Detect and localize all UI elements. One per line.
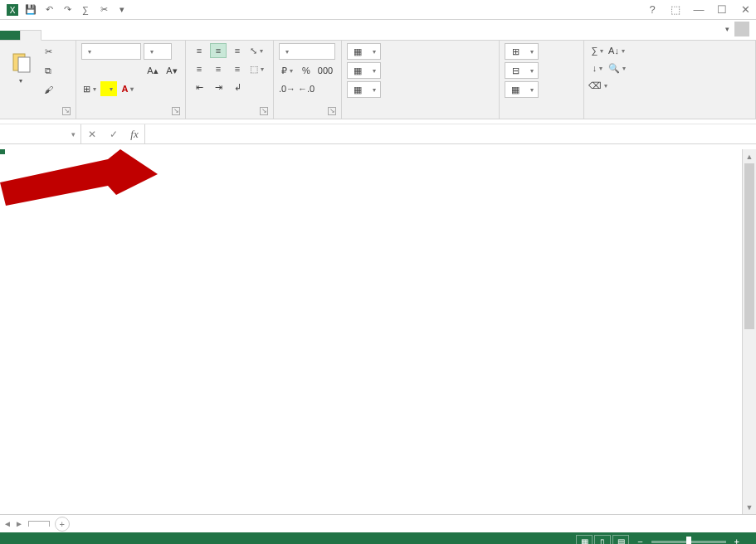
tab-formulas[interactable]: [81, 31, 101, 40]
tab-page-layout[interactable]: [61, 31, 81, 40]
vertical-scrollbar[interactable]: ▲ ▼: [742, 149, 756, 514]
find-select-button[interactable]: 🔍: [608, 61, 625, 75]
decrease-font-button[interactable]: A▾: [163, 63, 180, 78]
italic-button[interactable]: [100, 63, 117, 78]
bold-button[interactable]: [81, 63, 98, 78]
tab-data[interactable]: [101, 31, 121, 40]
autosum-icon[interactable]: ∑: [80, 4, 91, 16]
scroll-thumb[interactable]: [744, 163, 754, 329]
quick-access-toolbar: X 💾 ↶ ↷ ∑ ✂ ▾: [0, 4, 134, 16]
increase-indent-button[interactable]: ⇥: [210, 80, 227, 95]
scroll-down-icon[interactable]: ▼: [743, 500, 756, 514]
ribbon-display-icon[interactable]: ⬚: [668, 3, 683, 16]
clipboard-group-label: ↘: [5, 115, 71, 117]
sort-filter-button[interactable]: A↓: [608, 43, 625, 58]
ribbon-group-font: A▴ A▾ ⊞ A ↘: [76, 41, 186, 119]
wrap-text-button[interactable]: ↲: [229, 80, 246, 95]
fx-icon[interactable]: fx: [124, 128, 144, 141]
comma-button[interactable]: 000: [317, 63, 334, 78]
delete-cells-button[interactable]: ⊟: [505, 62, 539, 79]
format-as-table-button[interactable]: ▦: [347, 62, 381, 79]
dialog-launcher-icon[interactable]: ↘: [62, 107, 71, 115]
font-name-combo[interactable]: [81, 43, 141, 60]
sheet-tab[interactable]: [28, 521, 50, 527]
dialog-launcher-icon[interactable]: ↘: [328, 107, 336, 115]
merge-button[interactable]: ⬚: [248, 61, 265, 76]
sheet-tab-bar: ◄► +: [0, 514, 756, 532]
decrease-indent-button[interactable]: ⇤: [191, 80, 207, 95]
paste-button[interactable]: ▾: [5, 43, 37, 91]
minimize-icon[interactable]: —: [691, 3, 706, 16]
spreadsheet-grid[interactable]: ▲ ▼: [0, 149, 756, 514]
format-painter-button[interactable]: 🖌: [40, 81, 56, 98]
border-button[interactable]: ⊞: [81, 81, 98, 96]
autosum-button[interactable]: ∑: [589, 43, 606, 58]
decrease-decimal-button[interactable]: ←.0: [298, 81, 315, 96]
dialog-launcher-icon[interactable]: ↘: [172, 107, 180, 115]
qat-customize-icon[interactable]: ▾: [116, 4, 128, 16]
view-buttons[interactable]: ▦▯▤: [576, 535, 629, 544]
name-box[interactable]: ▾: [0, 124, 81, 143]
conditional-formatting-button[interactable]: ▦: [347, 43, 381, 60]
orientation-button[interactable]: ⤡: [248, 43, 265, 58]
avatar: [734, 22, 749, 36]
cut-button[interactable]: ✂: [40, 43, 56, 60]
cut-icon[interactable]: ✂: [98, 4, 110, 16]
copy-button[interactable]: ⧉: [40, 62, 56, 79]
increase-decimal-button[interactable]: .0→: [279, 81, 295, 96]
save-icon[interactable]: 💾: [25, 4, 37, 16]
page-layout-view-icon[interactable]: ▯: [594, 535, 611, 544]
help-icon[interactable]: ?: [645, 3, 660, 16]
zoom-in-button[interactable]: +: [734, 537, 739, 544]
number-group-label: ↘: [279, 115, 336, 117]
insert-cells-button[interactable]: ⊞: [505, 43, 539, 60]
normal-view-icon[interactable]: ▦: [576, 535, 593, 544]
styles-group-label: [347, 115, 494, 117]
cancel-formula-button[interactable]: ✕: [81, 129, 103, 140]
format-cells-button[interactable]: ▦: [505, 81, 539, 98]
align-top-button[interactable]: ≡: [191, 43, 207, 58]
tab-insert[interactable]: [41, 31, 61, 40]
zoom-slider[interactable]: [651, 541, 726, 543]
dialog-launcher-icon[interactable]: ↘: [260, 107, 268, 115]
percent-button[interactable]: %: [298, 63, 315, 78]
align-center-button[interactable]: ≡: [210, 61, 227, 76]
maximize-icon[interactable]: ☐: [715, 3, 729, 16]
formula-input[interactable]: [145, 124, 756, 143]
ribbon: ▾ ✂ ⧉ 🖌 ↘ A▴ A▾ ⊞: [0, 41, 756, 119]
tab-view[interactable]: [141, 31, 161, 40]
underline-button[interactable]: [119, 63, 136, 78]
svg-rect-3: [18, 57, 30, 72]
redo-icon[interactable]: ↷: [61, 4, 73, 16]
font-size-combo[interactable]: [144, 43, 172, 60]
tab-home[interactable]: [20, 30, 41, 41]
sheet-nav[interactable]: ◄►: [3, 519, 23, 528]
ribbon-tabs: ▾: [0, 20, 756, 41]
user-area[interactable]: ▾: [714, 22, 756, 40]
tab-review[interactable]: [121, 31, 141, 40]
currency-button[interactable]: ₽: [279, 63, 295, 78]
conditional-formatting-icon: ▦: [352, 46, 363, 57]
scroll-up-icon[interactable]: ▲: [743, 149, 756, 163]
ribbon-group-styles: ▦ ▦ ▦: [342, 41, 500, 119]
svg-marker-4: [0, 149, 158, 206]
cell-styles-icon: ▦: [352, 84, 363, 95]
increase-font-button[interactable]: A▴: [144, 63, 161, 78]
cell-styles-button[interactable]: ▦: [347, 81, 381, 98]
align-right-button[interactable]: ≡: [229, 61, 246, 76]
page-break-view-icon[interactable]: ▤: [612, 535, 629, 544]
align-left-button[interactable]: ≡: [191, 61, 207, 76]
number-format-combo[interactable]: [279, 43, 335, 60]
fill-color-button[interactable]: [100, 81, 117, 96]
fill-button[interactable]: ↓: [589, 61, 606, 75]
undo-icon[interactable]: ↶: [43, 4, 55, 16]
confirm-formula-button[interactable]: ✓: [103, 129, 124, 140]
align-bottom-button[interactable]: ≡: [229, 43, 246, 58]
new-sheet-button[interactable]: +: [55, 517, 70, 532]
close-icon[interactable]: ✕: [738, 3, 753, 16]
zoom-out-button[interactable]: −: [637, 537, 642, 544]
tab-file[interactable]: [0, 31, 20, 40]
clear-button[interactable]: ⌫: [589, 78, 606, 93]
font-color-button[interactable]: A: [119, 81, 136, 96]
align-middle-button[interactable]: ≡: [210, 43, 227, 58]
